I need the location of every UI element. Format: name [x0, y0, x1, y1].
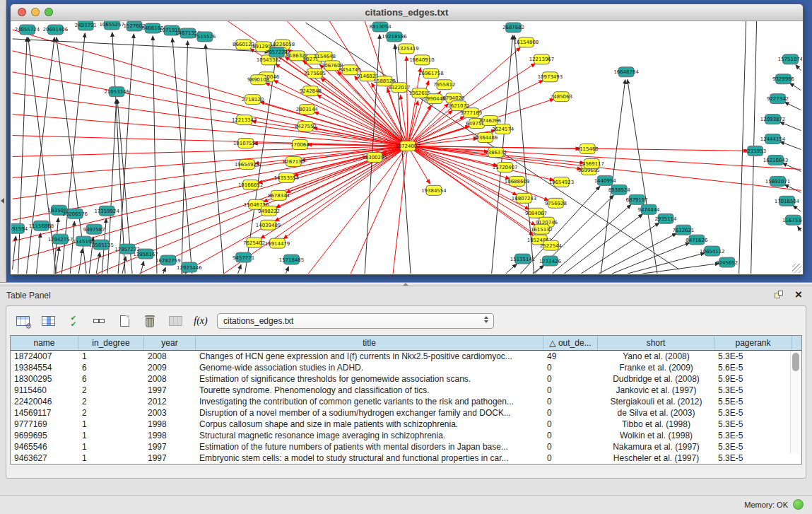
network-node[interactable]: 24055724 — [15, 25, 40, 35]
network-node[interactable]: 19384554 — [421, 185, 447, 195]
network-node[interactable]: 6879197 — [626, 194, 648, 204]
network-node[interactable]: 14353554 — [274, 173, 300, 182]
network-node[interactable]: 19166852 — [238, 180, 263, 189]
network-node[interactable]: 1154648 — [314, 52, 336, 62]
new-column-icon[interactable] — [115, 313, 134, 329]
network-node[interactable]: 21053346 — [104, 87, 129, 97]
network-node[interactable]: 8813054 — [370, 22, 392, 32]
network-node[interactable]: 17016504 — [775, 196, 800, 206]
network-node[interactable]: 16961758 — [418, 69, 443, 78]
network-node[interactable]: 3175685 — [304, 69, 326, 78]
network-node[interactable]: 9474444 — [638, 204, 661, 214]
select-all-rows-icon[interactable]: ✔✔ — [64, 313, 83, 329]
network-node[interactable]: 8678344 — [268, 190, 290, 200]
network-node[interactable]: 15692071 — [765, 176, 790, 186]
network-node[interactable]: 9242848 — [300, 86, 322, 96]
network-node[interactable]: 1615132 — [531, 224, 553, 234]
network-node[interactable]: 7515526 — [194, 32, 216, 42]
scrollbar-thumb[interactable] — [792, 353, 799, 371]
column-header-name[interactable]: name — [11, 336, 78, 350]
network-node[interactable]: 7386372 — [485, 148, 507, 158]
network-node[interactable]: 170064 — [290, 140, 310, 150]
network-node[interactable]: 2687682 — [502, 23, 524, 33]
memory-status-indicator[interactable] — [793, 499, 804, 510]
column-header-title[interactable]: title — [196, 336, 543, 350]
network-node[interactable]: 1167534 — [782, 215, 802, 225]
column-header-outde[interactable]: △ out_de... — [543, 336, 598, 350]
column-header-pagerank[interactable]: pagerank — [714, 336, 792, 350]
network-node[interactable]: 3624574 — [492, 124, 514, 134]
network-node[interactable]: 15135141 — [510, 254, 535, 264]
network-node[interactable]: 3215953 — [744, 146, 766, 156]
network-node[interactable]: 9115460 — [577, 144, 599, 154]
network-node[interactable]: 2803144 — [296, 105, 319, 115]
network-node[interactable]: 2493791 — [75, 21, 97, 30]
network-node[interactable]: 8267130 — [283, 156, 305, 166]
network-node[interactable]: 7955812 — [433, 80, 455, 90]
float-panel-icon[interactable] — [775, 291, 784, 300]
network-node[interactable]: 12923446 — [177, 262, 201, 272]
network-node[interactable]: 8322017 — [389, 83, 411, 93]
table-row[interactable]: 1872400712008Changes of HCN gene express… — [11, 351, 801, 362]
network-node[interactable]: 20691406 — [43, 25, 68, 35]
network-node[interactable]: 10654112 — [700, 246, 724, 256]
network-node[interactable]: 9245652 — [716, 257, 738, 267]
network-node[interactable]: 9391594 — [11, 223, 28, 233]
network-node[interactable]: 8471626 — [686, 235, 707, 245]
network-node[interactable]: 9457771 — [233, 252, 254, 262]
network-node[interactable]: 16154808 — [514, 37, 539, 47]
column-header-short[interactable]: short — [598, 336, 714, 350]
delete-column-icon[interactable] — [141, 313, 159, 329]
network-node[interactable]: 16210643 — [763, 155, 788, 165]
network-node[interactable]: 9084067 — [525, 208, 547, 218]
network-node[interactable]: 16648784 — [613, 67, 639, 77]
network-node[interactable]: 8938924 — [608, 185, 631, 194]
close-panel-icon[interactable]: × — [795, 288, 802, 302]
network-node[interactable]: 10655257 — [99, 21, 124, 30]
network-node[interactable]: 19654925 — [235, 159, 259, 169]
table-row[interactable]: 946362711997Embryonic stem cells: a mode… — [11, 452, 801, 464]
network-node[interactable]: 11325419 — [394, 44, 418, 54]
table-row[interactable]: 911546021997Tourette syndrome. Phenomeno… — [11, 385, 801, 396]
network-canvas[interactable]: 1872400786601238912954182260589827509105… — [11, 21, 802, 274]
network-node[interactable]: 8660123 — [233, 40, 254, 49]
table-row[interactable]: 1938455462009Genome-wide association stu… — [11, 362, 801, 373]
column-header-year[interactable]: year — [144, 336, 196, 350]
network-node[interactable]: 15751074 — [778, 54, 802, 64]
function-builder-icon[interactable]: f(x) — [192, 313, 210, 329]
window-titlebar[interactable]: citations_edges.txt — [11, 4, 803, 21]
network-node[interactable]: 19218586 — [382, 32, 406, 42]
network-node[interactable]: 9397587 — [83, 224, 105, 234]
table-row[interactable]: 2242004622012Investigating the contribut… — [11, 396, 801, 407]
table-row[interactable]: 969969511998Structural magnetic resonanc… — [11, 430, 801, 441]
network-selector-dropdown[interactable]: citations_edges.txt — [217, 313, 494, 329]
row-height-icon[interactable] — [90, 313, 108, 329]
network-node[interactable]: 7632621 — [672, 225, 694, 235]
table-row[interactable]: 1830029562008Estimation of significance … — [11, 373, 801, 385]
network-node[interactable]: 18107552 — [233, 139, 258, 148]
network-node[interactable]: 17359924 — [94, 206, 119, 216]
network-node[interactable]: 2935114 — [654, 214, 677, 223]
network-node[interactable]: 2718120 — [242, 95, 264, 105]
network-node[interactable]: 2522544 — [540, 240, 563, 250]
network-node[interactable]: 9890108 — [247, 75, 269, 85]
network-node[interactable]: 9756928 — [545, 198, 567, 208]
network-node[interactable]: 9227342 — [767, 94, 789, 104]
network-node[interactable]: 18807243 — [512, 193, 536, 203]
network-node[interactable]: 12213967 — [529, 54, 554, 64]
table-options-icon[interactable]: ⚙ — [13, 313, 32, 329]
window-resize-grip[interactable] — [792, 264, 801, 273]
table-row[interactable]: 946554611997Estimation of the future num… — [11, 441, 801, 452]
network-node[interactable]: 7485063 — [551, 92, 572, 102]
network-node[interactable]: 9329966 — [772, 74, 794, 84]
network-node[interactable]: 9498222 — [258, 206, 280, 216]
network-node[interactable]: 16914479 — [265, 238, 290, 248]
table-row[interactable]: 1456911722003Disruption of a novel membe… — [11, 407, 801, 419]
network-node[interactable]: 18640910 — [409, 55, 434, 65]
network-node[interactable]: 12213343 — [232, 115, 257, 125]
network-node[interactable]: 9777169 — [460, 108, 482, 118]
show-columns-icon[interactable] — [39, 313, 57, 329]
panel-collapse-handle[interactable] — [1, 198, 4, 204]
table-vertical-scrollbar[interactable] — [790, 351, 801, 453]
table-row[interactable]: 977716911998Corpus callosum shape and si… — [11, 419, 801, 430]
